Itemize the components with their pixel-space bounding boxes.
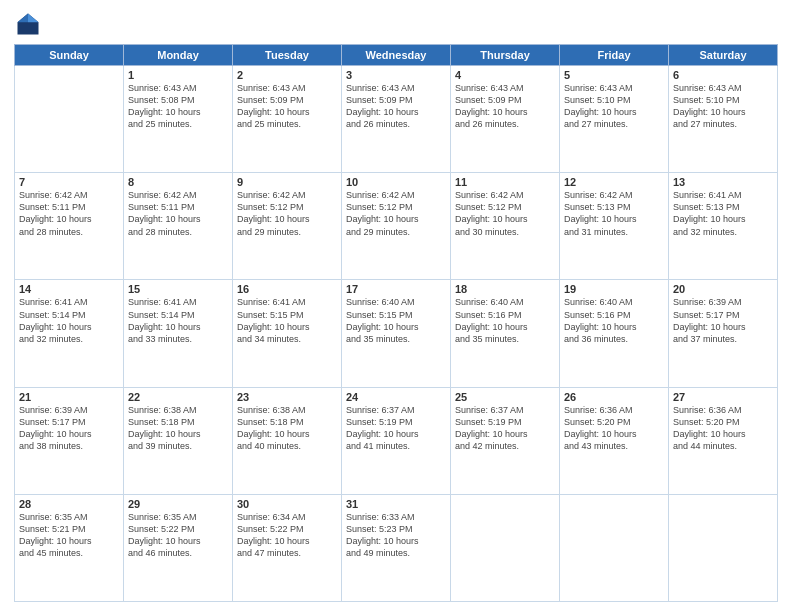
calendar-cell: 21Sunrise: 6:39 AM Sunset: 5:17 PM Dayli… xyxy=(15,387,124,494)
day-info: Sunrise: 6:37 AM Sunset: 5:19 PM Dayligh… xyxy=(455,404,555,453)
calendar-week-row: 14Sunrise: 6:41 AM Sunset: 5:14 PM Dayli… xyxy=(15,280,778,387)
day-number: 4 xyxy=(455,69,555,81)
calendar-cell: 19Sunrise: 6:40 AM Sunset: 5:16 PM Dayli… xyxy=(560,280,669,387)
calendar-cell xyxy=(451,494,560,601)
day-number: 27 xyxy=(673,391,773,403)
day-info: Sunrise: 6:36 AM Sunset: 5:20 PM Dayligh… xyxy=(564,404,664,453)
calendar-cell: 31Sunrise: 6:33 AM Sunset: 5:23 PM Dayli… xyxy=(342,494,451,601)
day-info: Sunrise: 6:40 AM Sunset: 5:16 PM Dayligh… xyxy=(564,296,664,345)
day-info: Sunrise: 6:42 AM Sunset: 5:12 PM Dayligh… xyxy=(455,189,555,238)
day-number: 30 xyxy=(237,498,337,510)
calendar-cell: 14Sunrise: 6:41 AM Sunset: 5:14 PM Dayli… xyxy=(15,280,124,387)
day-number: 18 xyxy=(455,283,555,295)
calendar-cell: 18Sunrise: 6:40 AM Sunset: 5:16 PM Dayli… xyxy=(451,280,560,387)
day-info: Sunrise: 6:36 AM Sunset: 5:20 PM Dayligh… xyxy=(673,404,773,453)
weekday-header: Monday xyxy=(124,45,233,66)
calendar-cell: 1Sunrise: 6:43 AM Sunset: 5:08 PM Daylig… xyxy=(124,66,233,173)
day-number: 24 xyxy=(346,391,446,403)
weekday-header: Friday xyxy=(560,45,669,66)
day-number: 23 xyxy=(237,391,337,403)
day-info: Sunrise: 6:42 AM Sunset: 5:12 PM Dayligh… xyxy=(237,189,337,238)
day-number: 11 xyxy=(455,176,555,188)
calendar-cell: 20Sunrise: 6:39 AM Sunset: 5:17 PM Dayli… xyxy=(669,280,778,387)
day-number: 17 xyxy=(346,283,446,295)
day-info: Sunrise: 6:41 AM Sunset: 5:14 PM Dayligh… xyxy=(128,296,228,345)
header xyxy=(14,10,778,38)
svg-marker-1 xyxy=(28,14,39,23)
calendar-cell: 22Sunrise: 6:38 AM Sunset: 5:18 PM Dayli… xyxy=(124,387,233,494)
day-info: Sunrise: 6:34 AM Sunset: 5:22 PM Dayligh… xyxy=(237,511,337,560)
day-number: 10 xyxy=(346,176,446,188)
day-info: Sunrise: 6:35 AM Sunset: 5:22 PM Dayligh… xyxy=(128,511,228,560)
day-number: 26 xyxy=(564,391,664,403)
day-info: Sunrise: 6:41 AM Sunset: 5:14 PM Dayligh… xyxy=(19,296,119,345)
calendar-cell: 17Sunrise: 6:40 AM Sunset: 5:15 PM Dayli… xyxy=(342,280,451,387)
day-number: 12 xyxy=(564,176,664,188)
calendar-cell: 9Sunrise: 6:42 AM Sunset: 5:12 PM Daylig… xyxy=(233,173,342,280)
calendar-week-row: 21Sunrise: 6:39 AM Sunset: 5:17 PM Dayli… xyxy=(15,387,778,494)
day-info: Sunrise: 6:42 AM Sunset: 5:11 PM Dayligh… xyxy=(128,189,228,238)
day-info: Sunrise: 6:42 AM Sunset: 5:11 PM Dayligh… xyxy=(19,189,119,238)
day-number: 25 xyxy=(455,391,555,403)
calendar-cell: 8Sunrise: 6:42 AM Sunset: 5:11 PM Daylig… xyxy=(124,173,233,280)
calendar-cell: 29Sunrise: 6:35 AM Sunset: 5:22 PM Dayli… xyxy=(124,494,233,601)
day-info: Sunrise: 6:43 AM Sunset: 5:08 PM Dayligh… xyxy=(128,82,228,131)
day-number: 29 xyxy=(128,498,228,510)
day-number: 5 xyxy=(564,69,664,81)
calendar-cell: 7Sunrise: 6:42 AM Sunset: 5:11 PM Daylig… xyxy=(15,173,124,280)
day-number: 20 xyxy=(673,283,773,295)
day-info: Sunrise: 6:38 AM Sunset: 5:18 PM Dayligh… xyxy=(128,404,228,453)
logo xyxy=(14,10,46,38)
calendar-week-row: 7Sunrise: 6:42 AM Sunset: 5:11 PM Daylig… xyxy=(15,173,778,280)
day-info: Sunrise: 6:43 AM Sunset: 5:10 PM Dayligh… xyxy=(564,82,664,131)
weekday-header: Thursday xyxy=(451,45,560,66)
day-info: Sunrise: 6:38 AM Sunset: 5:18 PM Dayligh… xyxy=(237,404,337,453)
day-number: 1 xyxy=(128,69,228,81)
calendar-week-row: 28Sunrise: 6:35 AM Sunset: 5:21 PM Dayli… xyxy=(15,494,778,601)
calendar-cell: 12Sunrise: 6:42 AM Sunset: 5:13 PM Dayli… xyxy=(560,173,669,280)
day-info: Sunrise: 6:33 AM Sunset: 5:23 PM Dayligh… xyxy=(346,511,446,560)
calendar-cell: 23Sunrise: 6:38 AM Sunset: 5:18 PM Dayli… xyxy=(233,387,342,494)
calendar-cell: 4Sunrise: 6:43 AM Sunset: 5:09 PM Daylig… xyxy=(451,66,560,173)
day-number: 7 xyxy=(19,176,119,188)
day-number: 6 xyxy=(673,69,773,81)
day-number: 3 xyxy=(346,69,446,81)
calendar-cell: 30Sunrise: 6:34 AM Sunset: 5:22 PM Dayli… xyxy=(233,494,342,601)
calendar-cell: 5Sunrise: 6:43 AM Sunset: 5:10 PM Daylig… xyxy=(560,66,669,173)
day-number: 15 xyxy=(128,283,228,295)
svg-marker-2 xyxy=(18,14,29,23)
day-info: Sunrise: 6:43 AM Sunset: 5:09 PM Dayligh… xyxy=(455,82,555,131)
calendar-cell: 28Sunrise: 6:35 AM Sunset: 5:21 PM Dayli… xyxy=(15,494,124,601)
calendar-cell: 16Sunrise: 6:41 AM Sunset: 5:15 PM Dayli… xyxy=(233,280,342,387)
day-info: Sunrise: 6:41 AM Sunset: 5:15 PM Dayligh… xyxy=(237,296,337,345)
calendar-cell: 15Sunrise: 6:41 AM Sunset: 5:14 PM Dayli… xyxy=(124,280,233,387)
calendar-cell xyxy=(669,494,778,601)
day-number: 8 xyxy=(128,176,228,188)
weekday-header: Wednesday xyxy=(342,45,451,66)
calendar-cell: 24Sunrise: 6:37 AM Sunset: 5:19 PM Dayli… xyxy=(342,387,451,494)
weekday-header: Saturday xyxy=(669,45,778,66)
day-info: Sunrise: 6:39 AM Sunset: 5:17 PM Dayligh… xyxy=(19,404,119,453)
day-info: Sunrise: 6:43 AM Sunset: 5:10 PM Dayligh… xyxy=(673,82,773,131)
page: SundayMondayTuesdayWednesdayThursdayFrid… xyxy=(0,0,792,612)
weekday-header: Sunday xyxy=(15,45,124,66)
day-number: 22 xyxy=(128,391,228,403)
day-info: Sunrise: 6:40 AM Sunset: 5:16 PM Dayligh… xyxy=(455,296,555,345)
day-info: Sunrise: 6:35 AM Sunset: 5:21 PM Dayligh… xyxy=(19,511,119,560)
calendar-cell: 25Sunrise: 6:37 AM Sunset: 5:19 PM Dayli… xyxy=(451,387,560,494)
calendar-week-row: 1Sunrise: 6:43 AM Sunset: 5:08 PM Daylig… xyxy=(15,66,778,173)
calendar-cell xyxy=(560,494,669,601)
logo-icon xyxy=(14,10,42,38)
day-info: Sunrise: 6:43 AM Sunset: 5:09 PM Dayligh… xyxy=(237,82,337,131)
weekday-header-row: SundayMondayTuesdayWednesdayThursdayFrid… xyxy=(15,45,778,66)
calendar-cell: 13Sunrise: 6:41 AM Sunset: 5:13 PM Dayli… xyxy=(669,173,778,280)
day-number: 31 xyxy=(346,498,446,510)
day-info: Sunrise: 6:42 AM Sunset: 5:13 PM Dayligh… xyxy=(564,189,664,238)
day-info: Sunrise: 6:42 AM Sunset: 5:12 PM Dayligh… xyxy=(346,189,446,238)
weekday-header: Tuesday xyxy=(233,45,342,66)
calendar-cell: 11Sunrise: 6:42 AM Sunset: 5:12 PM Dayli… xyxy=(451,173,560,280)
day-info: Sunrise: 6:43 AM Sunset: 5:09 PM Dayligh… xyxy=(346,82,446,131)
day-info: Sunrise: 6:40 AM Sunset: 5:15 PM Dayligh… xyxy=(346,296,446,345)
calendar-cell: 2Sunrise: 6:43 AM Sunset: 5:09 PM Daylig… xyxy=(233,66,342,173)
day-number: 2 xyxy=(237,69,337,81)
